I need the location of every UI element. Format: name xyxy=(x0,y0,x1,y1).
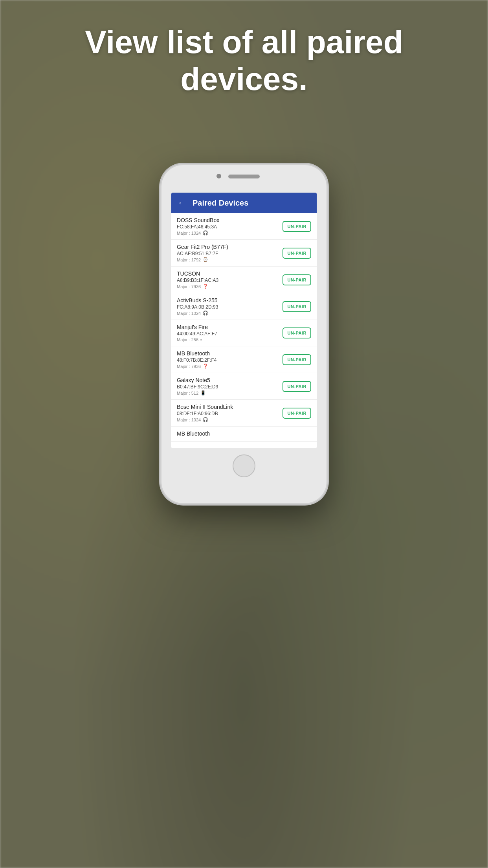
device-mac: B0:47:BF:9C:2E:D9 xyxy=(177,384,279,390)
device-meta: Major : 256 ▪ xyxy=(177,337,279,342)
device-name: Gear Fit2 Pro (B77F) xyxy=(177,244,279,250)
device-meta: Major : 7936 ❓ xyxy=(177,364,279,369)
device-name: MB Bluetooth xyxy=(177,430,311,437)
device-list: DOSS SoundBox FC:58:FA:46:45:3A Major : … xyxy=(171,213,317,448)
device-mac: 44:00:49:AC:AF:F7 xyxy=(177,331,279,337)
list-item: Gear Fit2 Pro (B77F) AC:AF:B9:51:B7:7F M… xyxy=(171,240,317,267)
device-meta: Major : 1024 🎧 xyxy=(177,311,279,316)
device-name: Manjul's Fire xyxy=(177,324,279,330)
device-meta: Major : 1792 ⌚ xyxy=(177,257,279,262)
unpair-button[interactable]: UN-PAIR xyxy=(283,408,311,419)
screen-title: Paired Devices xyxy=(193,199,248,208)
major-label: Major : 1024 xyxy=(177,311,201,316)
device-name: ActivBuds S-255 xyxy=(177,297,279,303)
device-name: DOSS SoundBox xyxy=(177,217,279,223)
device-meta: Major : 512 📱 xyxy=(177,390,279,395)
device-type-icon: ❓ xyxy=(203,284,208,289)
major-label: Major : 1024 xyxy=(177,231,201,235)
device-name: Bose Mini II SoundLink xyxy=(177,404,279,410)
list-item: ActivBuds S-255 FC:A8:9A:0B:2D:93 Major … xyxy=(171,293,317,320)
back-button[interactable]: ← xyxy=(178,198,186,208)
device-info: Gear Fit2 Pro (B77F) AC:AF:B9:51:B7:7F M… xyxy=(177,244,279,262)
major-label: Major : 512 xyxy=(177,391,198,395)
device-info: MB Bluetooth xyxy=(177,430,311,438)
phone-frame: ← Paired Devices DOSS SoundBox FC:58:FA:… xyxy=(161,165,327,503)
unpair-button[interactable]: UN-PAIR xyxy=(283,327,311,338)
list-item: Galaxy Note5 B0:47:BF:9C:2E:D9 Major : 5… xyxy=(171,373,317,400)
list-item: TUCSON A8:B9:B3:1F:AC:A3 Major : 7936 ❓ … xyxy=(171,267,317,293)
device-mac: A8:B9:B3:1F:AC:A3 xyxy=(177,278,279,283)
device-type-icon: ⌚ xyxy=(203,257,208,262)
major-label: Major : 1024 xyxy=(177,417,201,422)
device-info: Galaxy Note5 B0:47:BF:9C:2E:D9 Major : 5… xyxy=(177,377,279,395)
home-button[interactable] xyxy=(233,454,255,477)
unpair-button[interactable]: UN-PAIR xyxy=(283,274,311,285)
device-mac: 48:F0:7B:8E:2F:F4 xyxy=(177,357,279,363)
device-meta: Major : 1024 🎧 xyxy=(177,230,279,235)
device-type-icon: ▪ xyxy=(200,337,202,342)
phone-top xyxy=(161,165,327,193)
list-item: Bose Mini II SoundLink 08:DF:1F:A0:96:DB… xyxy=(171,400,317,427)
phone-camera xyxy=(216,174,221,178)
device-info: Manjul's Fire 44:00:49:AC:AF:F7 Major : … xyxy=(177,324,279,342)
device-info: TUCSON A8:B9:B3:1F:AC:A3 Major : 7936 ❓ xyxy=(177,270,279,289)
phone-screen: ← Paired Devices DOSS SoundBox FC:58:FA:… xyxy=(171,193,317,448)
device-mac: FC:A8:9A:0B:2D:93 xyxy=(177,304,279,310)
major-label: Major : 256 xyxy=(177,337,198,342)
device-mac: FC:58:FA:46:45:3A xyxy=(177,224,279,230)
unpair-button[interactable]: UN-PAIR xyxy=(283,301,311,312)
phone-bottom xyxy=(233,448,255,484)
list-item: MB Bluetooth xyxy=(171,427,317,442)
major-label: Major : 7936 xyxy=(177,284,201,289)
page-headline: View list of all paired devices. xyxy=(0,24,488,98)
list-item: MB Bluetooth 48:F0:7B:8E:2F:F4 Major : 7… xyxy=(171,346,317,373)
device-type-icon: 📱 xyxy=(200,390,206,395)
app-header: ← Paired Devices xyxy=(171,193,317,213)
device-info: ActivBuds S-255 FC:A8:9A:0B:2D:93 Major … xyxy=(177,297,279,316)
device-meta: Major : 7936 ❓ xyxy=(177,284,279,289)
device-meta: Major : 1024 🎧 xyxy=(177,417,279,422)
list-item: Manjul's Fire 44:00:49:AC:AF:F7 Major : … xyxy=(171,320,317,346)
device-name: TUCSON xyxy=(177,270,279,277)
unpair-button[interactable]: UN-PAIR xyxy=(283,221,311,232)
unpair-button[interactable]: UN-PAIR xyxy=(283,381,311,392)
device-mac: AC:AF:B9:51:B7:7F xyxy=(177,251,279,256)
list-item: DOSS SoundBox FC:58:FA:46:45:3A Major : … xyxy=(171,213,317,240)
major-label: Major : 1792 xyxy=(177,257,201,262)
unpair-button[interactable]: UN-PAIR xyxy=(283,248,311,259)
device-info: Bose Mini II SoundLink 08:DF:1F:A0:96:DB… xyxy=(177,404,279,422)
unpair-button[interactable]: UN-PAIR xyxy=(283,354,311,365)
device-type-icon: 🎧 xyxy=(203,417,208,422)
device-type-icon: ❓ xyxy=(203,364,208,369)
major-label: Major : 7936 xyxy=(177,364,201,369)
device-name: Galaxy Note5 xyxy=(177,377,279,383)
device-info: MB Bluetooth 48:F0:7B:8E:2F:F4 Major : 7… xyxy=(177,350,279,369)
device-info: DOSS SoundBox FC:58:FA:46:45:3A Major : … xyxy=(177,217,279,235)
device-mac: 08:DF:1F:A0:96:DB xyxy=(177,411,279,416)
device-name: MB Bluetooth xyxy=(177,350,279,357)
device-type-icon: 🎧 xyxy=(203,230,208,235)
device-type-icon: 🎧 xyxy=(203,311,208,316)
phone-speaker xyxy=(228,175,260,178)
